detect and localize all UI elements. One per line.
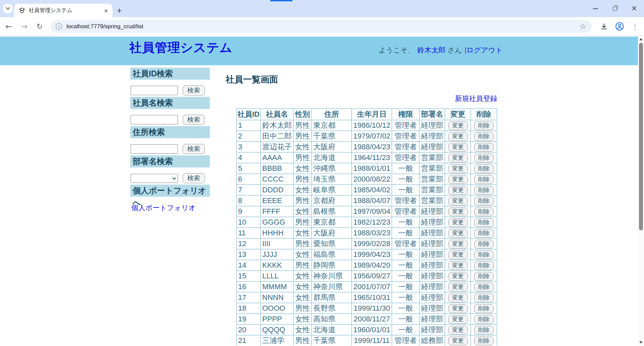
- change-button[interactable]: 変更: [448, 132, 468, 141]
- delete-button[interactable]: 削除: [474, 229, 494, 238]
- delete-button[interactable]: 削除: [474, 337, 494, 345]
- address-search-input[interactable]: [131, 144, 178, 154]
- change-button[interactable]: 変更: [448, 251, 468, 259]
- profile-button[interactable]: [614, 17, 625, 36]
- scrollbar-down-arrow-icon[interactable]: [639, 341, 643, 344]
- cell-role: 管理者: [392, 131, 419, 142]
- change-button[interactable]: 変更: [448, 315, 468, 324]
- change-button[interactable]: 変更: [448, 154, 468, 162]
- downloads-button[interactable]: [598, 17, 610, 36]
- change-button[interactable]: 変更: [448, 197, 468, 205]
- delete-button[interactable]: 削除: [474, 207, 494, 216]
- employee-name-search-button[interactable]: 検索: [183, 115, 205, 125]
- cell-address: 愛知県: [312, 238, 352, 249]
- change-button[interactable]: 変更: [448, 207, 468, 216]
- delete-button[interactable]: 削除: [474, 186, 494, 195]
- delete-button[interactable]: 削除: [474, 154, 494, 162]
- cell-role: 一般: [392, 249, 419, 260]
- delete-button[interactable]: 削除: [474, 283, 494, 292]
- tab-favicon-icon: [18, 7, 26, 14]
- employee-id-search-input[interactable]: [131, 86, 178, 95]
- menu-kebab-button[interactable]: ⋮: [629, 17, 641, 36]
- cell-employee-name: QQQQ: [261, 324, 293, 335]
- url-bar[interactable]: i localhost:7779/spring_crud/list ☆: [50, 20, 592, 33]
- change-button[interactable]: 変更: [448, 229, 468, 238]
- cell-employee-id: 13: [236, 249, 261, 260]
- delete-button[interactable]: 削除: [474, 304, 494, 313]
- cell-department: 経理部: [419, 314, 445, 324]
- cell-employee-name: AAAA: [261, 152, 293, 163]
- employee-name-search-input[interactable]: [131, 115, 178, 124]
- cell-employee-name: JJJJ: [261, 249, 293, 260]
- cell-role: 管理者: [392, 152, 419, 163]
- cell-department: 経理部: [419, 271, 445, 281]
- cell-employee-id: 16: [236, 281, 261, 292]
- reload-button[interactable]: ↻: [33, 17, 46, 36]
- change-button[interactable]: 変更: [448, 261, 468, 270]
- logout-link[interactable]: ログアウト: [467, 46, 503, 54]
- delete-button[interactable]: 削除: [474, 251, 494, 259]
- employee-id-search-button[interactable]: 検索: [183, 85, 205, 95]
- cell-department: 営業部: [419, 185, 445, 195]
- delete-button[interactable]: 削除: [474, 272, 494, 281]
- department-select[interactable]: [131, 174, 178, 183]
- scrollbar-thumb[interactable]: [639, 43, 643, 230]
- delete-button[interactable]: 削除: [474, 132, 494, 141]
- change-button[interactable]: 変更: [448, 175, 468, 184]
- delete-button[interactable]: 削除: [474, 164, 494, 173]
- change-button[interactable]: 変更: [448, 337, 468, 345]
- vertical-scrollbar[interactable]: [638, 36, 644, 346]
- delete-button[interactable]: 削除: [474, 197, 494, 205]
- portfolio-link[interactable]: 個人ポートフォリオ: [131, 204, 196, 212]
- close-window-button[interactable]: ×: [625, 0, 644, 17]
- cell-birthday: 1999/11/11: [352, 335, 392, 346]
- cell-address: 東京都: [312, 217, 352, 228]
- change-button[interactable]: 変更: [448, 186, 468, 195]
- delete-button[interactable]: 削除: [474, 294, 494, 302]
- user-name-link[interactable]: 鈴木太郎: [417, 46, 446, 54]
- change-button[interactable]: 変更: [448, 143, 468, 152]
- change-button[interactable]: 変更: [448, 218, 468, 227]
- url-text[interactable]: localhost:7779/spring_crud/list: [66, 23, 580, 30]
- delete-button[interactable]: 削除: [474, 315, 494, 324]
- cell-birthday: 1999/11/30: [352, 303, 392, 314]
- restore-button[interactable]: [605, 0, 625, 17]
- bookmark-star-icon[interactable]: ☆: [580, 22, 586, 31]
- change-button[interactable]: 変更: [448, 294, 468, 302]
- cell-employee-id: 10: [236, 217, 261, 228]
- cell-department: 営業部: [419, 195, 445, 206]
- delete-button[interactable]: 削除: [474, 218, 494, 227]
- cell-employee-name: 渡辺花子: [261, 142, 293, 152]
- browser-tab[interactable]: 社員管理システム ×: [14, 4, 112, 17]
- site-info-icon[interactable]: i: [56, 23, 62, 30]
- scrollbar-up-arrow-icon[interactable]: [639, 38, 643, 40]
- change-button[interactable]: 変更: [448, 272, 468, 281]
- delete-button[interactable]: 削除: [474, 121, 494, 130]
- cell-gender: 男性: [293, 195, 312, 206]
- forward-button[interactable]: →: [17, 17, 31, 36]
- table-row: 21 三浦学 男性 千葉県 1999/11/11 管理者 総務部 変更 削除: [236, 335, 497, 346]
- cell-employee-id: 17: [236, 292, 261, 303]
- address-search-button[interactable]: 検索: [183, 144, 205, 154]
- delete-button[interactable]: 削除: [474, 261, 494, 270]
- change-button[interactable]: 変更: [448, 283, 468, 292]
- change-button[interactable]: 変更: [448, 304, 468, 313]
- minimize-button[interactable]: [586, 0, 605, 17]
- new-tab-button[interactable]: +: [117, 6, 122, 15]
- tab-search-button[interactable]: [3, 4, 12, 13]
- department-search-button[interactable]: 検索: [183, 173, 205, 183]
- back-button[interactable]: ←: [2, 17, 15, 36]
- cell-employee-id: 21: [236, 335, 261, 346]
- change-button[interactable]: 変更: [448, 326, 468, 335]
- delete-button[interactable]: 削除: [474, 240, 494, 248]
- change-button[interactable]: 変更: [448, 240, 468, 248]
- delete-button[interactable]: 削除: [474, 175, 494, 184]
- tab-close-icon[interactable]: ×: [103, 7, 109, 14]
- table-row: 15 LLLL 女性 神奈川県 1956/09/27 一般 経理部 変更 削除: [236, 271, 497, 281]
- delete-button[interactable]: 削除: [474, 326, 494, 335]
- delete-button[interactable]: 削除: [474, 143, 494, 152]
- cell-employee-name: 田中二郎: [261, 131, 293, 142]
- change-button[interactable]: 変更: [448, 121, 468, 130]
- register-employee-link[interactable]: 新規社員登録: [455, 94, 497, 102]
- change-button[interactable]: 変更: [448, 164, 468, 173]
